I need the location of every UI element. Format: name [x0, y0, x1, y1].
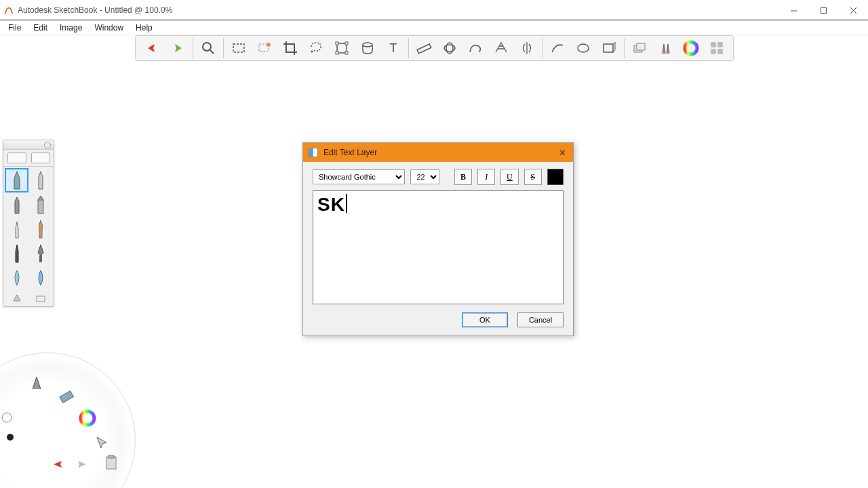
lagoon-color-icon[interactable]	[77, 408, 98, 428]
brush-airbrush[interactable]	[5, 217, 28, 241]
svg-rect-12	[345, 42, 348, 45]
brush-eraser-soft[interactable]	[5, 293, 28, 305]
perspective-button[interactable]	[489, 37, 513, 60]
svg-rect-24	[637, 43, 645, 50]
svg-rect-29	[717, 49, 723, 54]
brush-chisel[interactable]	[28, 192, 52, 217]
brush-nib[interactable]	[28, 241, 52, 266]
select-rect-button[interactable]	[226, 37, 251, 60]
pin-icon[interactable]	[44, 142, 51, 148]
crop-button[interactable]	[278, 37, 302, 60]
svg-line-5	[210, 50, 214, 54]
font-family-select[interactable]: Showcard Gothic	[313, 169, 405, 184]
french-curve-button[interactable]	[463, 37, 488, 60]
lagoon-dot-icon[interactable]	[0, 427, 20, 447]
strikethrough-button[interactable]: S	[524, 169, 542, 185]
font-size-select[interactable]: 22	[410, 169, 439, 184]
brush-grid-last	[3, 291, 54, 306]
brush-palette-header[interactable]	[3, 140, 54, 150]
menu-file[interactable]: File	[3, 22, 26, 34]
svg-rect-33	[60, 391, 74, 403]
lagoon-brush-icon[interactable]	[27, 373, 47, 393]
app-icon	[4, 5, 14, 15]
svg-rect-31	[39, 256, 42, 262]
brush-library-button[interactable]	[653, 37, 677, 60]
ellipse-guide-button[interactable]	[437, 37, 462, 60]
minimize-button[interactable]	[778, 0, 808, 20]
lasso-button[interactable]	[304, 37, 328, 60]
window-title: Autodesk SketchBook - Untitled @ 100.0%	[18, 5, 172, 15]
svg-rect-37	[106, 457, 116, 469]
text-button[interactable]: T	[381, 37, 406, 60]
ui-toggle-button[interactable]	[705, 37, 729, 60]
brush-library-icon[interactable]	[31, 152, 50, 163]
dialog-body: Showcard Gothic 22 B I U S SK OK Cancel	[303, 162, 573, 336]
svg-text:T: T	[389, 41, 397, 55]
underline-button[interactable]: U	[500, 169, 518, 185]
line-button[interactable]	[545, 37, 570, 60]
lagoon-redo-icon[interactable]	[72, 454, 92, 474]
cancel-button[interactable]: Cancel	[517, 312, 564, 327]
brush-pen[interactable]	[28, 168, 52, 192]
select-add-button[interactable]	[252, 37, 277, 60]
layers-button[interactable]	[627, 37, 652, 60]
brush-grid	[3, 167, 54, 291]
svg-rect-17	[417, 44, 431, 54]
ok-button[interactable]: OK	[462, 312, 508, 327]
menu-edit[interactable]: Edit	[28, 22, 53, 34]
close-button[interactable]	[838, 0, 868, 20]
svg-point-34	[81, 411, 94, 425]
menu-window[interactable]: Window	[89, 22, 129, 34]
dialog-icon	[309, 148, 318, 157]
svg-point-8	[267, 43, 271, 47]
svg-rect-27	[717, 42, 723, 47]
brush-ink[interactable]	[5, 241, 28, 266]
text-input-area[interactable]: SK	[313, 190, 564, 304]
brush-settings-icon[interactable]	[7, 152, 26, 163]
svg-point-21	[578, 44, 589, 52]
brush-pencil[interactable]	[5, 168, 28, 192]
svg-rect-13	[336, 52, 338, 54]
text-value: SK	[317, 194, 345, 215]
brush-marker[interactable]	[5, 192, 28, 217]
lagoon-select-icon[interactable]	[92, 432, 113, 453]
bold-button[interactable]: B	[454, 169, 472, 185]
zoom-button[interactable]	[196, 37, 220, 60]
ellipse-button[interactable]	[571, 37, 595, 60]
rectangle-button[interactable]	[597, 37, 621, 60]
svg-rect-38	[108, 455, 114, 458]
ruler-button[interactable]	[412, 37, 436, 60]
redo-button[interactable]	[165, 37, 190, 60]
brush-paintbrush[interactable]	[28, 217, 52, 241]
menu-help[interactable]: Help	[130, 22, 158, 34]
brush-palette[interactable]	[3, 140, 54, 307]
dialog-close-button[interactable]: ✕	[555, 146, 569, 159]
fill-button[interactable]	[355, 37, 380, 60]
lagoon-eraser-icon[interactable]	[57, 386, 77, 407]
separator	[542, 38, 542, 58]
lagoon-layers-icon[interactable]	[0, 408, 18, 428]
lagoon-undo-icon[interactable]	[47, 454, 68, 474]
brush-smudge[interactable]	[5, 266, 28, 290]
undo-button[interactable]	[140, 37, 164, 60]
maximize-button[interactable]	[808, 0, 838, 20]
toolbar-container: T	[0, 35, 868, 62]
brush-blur[interactable]	[28, 266, 52, 290]
svg-point-35	[2, 413, 12, 422]
italic-button[interactable]: I	[477, 169, 495, 185]
color-wheel-button[interactable]	[679, 37, 703, 60]
separator	[624, 38, 625, 58]
dialog-titlebar[interactable]: Edit Text Layer ✕	[303, 143, 573, 162]
separator	[408, 38, 409, 58]
dialog-buttons: OK Cancel	[313, 312, 564, 327]
main-toolbar: T	[135, 35, 734, 61]
lagoon-menu[interactable]	[0, 352, 136, 488]
brush-eraser-hard[interactable]	[28, 293, 52, 305]
symmetry-button[interactable]	[515, 37, 539, 60]
edit-text-dialog: Edit Text Layer ✕ Showcard Gothic 22 B I…	[302, 142, 574, 336]
font-row: Showcard Gothic 22 B I U S	[313, 169, 564, 185]
lagoon-clipboard-icon[interactable]	[102, 453, 122, 473]
menu-image[interactable]: Image	[54, 22, 87, 34]
text-color-swatch[interactable]	[547, 169, 564, 185]
transform-button[interactable]	[330, 37, 354, 60]
